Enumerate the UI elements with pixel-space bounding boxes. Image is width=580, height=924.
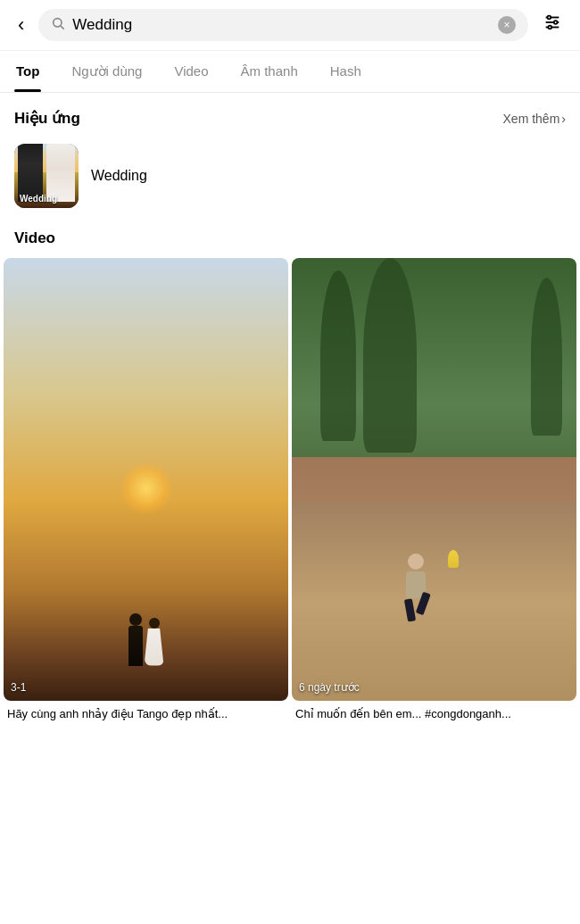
clear-button[interactable]: × bbox=[498, 16, 516, 34]
filter-button[interactable] bbox=[537, 9, 568, 41]
tab-amthanh[interactable]: Âm thanh bbox=[225, 51, 314, 92]
search-icon bbox=[51, 16, 65, 34]
see-more-button[interactable]: Xem thêm › bbox=[503, 112, 566, 126]
back-button[interactable]: ‹ bbox=[12, 10, 29, 40]
tab-video[interactable]: Video bbox=[158, 51, 224, 92]
svg-point-6 bbox=[554, 21, 558, 24]
effects-section-title: Hiệu ứng bbox=[14, 109, 80, 128]
tab-top[interactable]: Top bbox=[0, 51, 55, 92]
effects-section-header: Hiệu ứng Xem thêm › bbox=[0, 93, 580, 137]
video-thumb-2: 6 ngày trước bbox=[292, 258, 576, 701]
effects-list: Wedding Wedding bbox=[0, 137, 580, 222]
svg-line-1 bbox=[61, 26, 64, 29]
search-input[interactable] bbox=[72, 16, 491, 34]
video-badge-2: 6 ngày trước bbox=[299, 681, 360, 694]
video-caption-2: Chỉ muốn đến bên em... #congdonganh... bbox=[292, 701, 576, 726]
header: ‹ × bbox=[0, 0, 580, 51]
video-card-1[interactable]: 3-1 Hãy cùng anh nhảy điệu Tango đẹp nhấ… bbox=[4, 258, 288, 726]
video-caption-1: Hãy cùng anh nhảy điệu Tango đẹp nhất... bbox=[4, 701, 288, 726]
tabs-bar: Top Người dùng Video Âm thanh Hash bbox=[0, 51, 580, 93]
effect-name: Wedding bbox=[91, 168, 147, 184]
search-bar: × bbox=[38, 9, 528, 41]
clear-icon: × bbox=[503, 19, 510, 31]
svg-point-7 bbox=[548, 26, 551, 29]
svg-point-5 bbox=[548, 16, 551, 20]
video-section-title: Video bbox=[0, 222, 580, 258]
effect-thumb-label: Wedding bbox=[20, 194, 57, 204]
video-badge-1: 3-1 bbox=[11, 681, 26, 694]
video-grid: 3-1 Hãy cùng anh nhảy điệu Tango đẹp nhấ… bbox=[0, 258, 580, 726]
video-card-2[interactable]: 6 ngày trước Chỉ muốn đến bên em... #con… bbox=[292, 258, 576, 726]
video-thumb-1: 3-1 bbox=[4, 258, 288, 701]
svg-point-0 bbox=[54, 19, 62, 27]
tab-nguoidung[interactable]: Người dùng bbox=[55, 51, 158, 92]
effect-thumbnail[interactable]: Wedding bbox=[14, 144, 79, 208]
main-content: Hiệu ứng Xem thêm › Wedding Wedding Vide… bbox=[0, 93, 580, 726]
tab-hashtag[interactable]: Hash bbox=[314, 51, 377, 92]
chevron-right-icon: › bbox=[561, 112, 566, 126]
